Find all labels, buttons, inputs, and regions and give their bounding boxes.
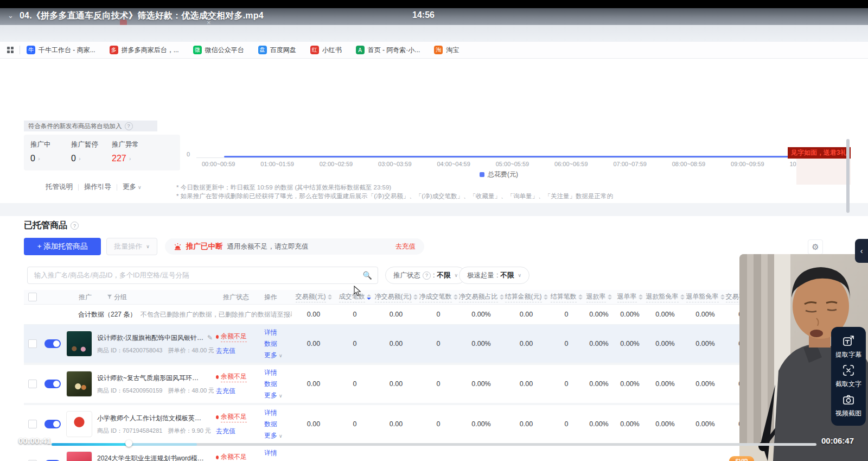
scrollbar-thumb[interactable] [846,139,850,213]
sort-arrows-icon[interactable] [639,294,643,300]
metric-column-label: 交易额(元) [296,292,326,302]
svip-badge[interactable]: SVIP [729,456,754,461]
stat-paused[interactable]: 推广暂停 0› [71,140,112,170]
bookmark-item[interactable]: 淘淘宝 [434,46,459,55]
metric-column-header[interactable]: 交易额(元) [292,292,335,302]
metric-column-header[interactable]: 退款豁免率 [646,292,685,302]
detail-link[interactable]: 详情 [264,328,292,337]
detail-link[interactable]: 详情 [264,368,292,377]
balance-insufficient-status: 余额不足 [216,332,256,342]
row-checkbox[interactable] [28,339,37,348]
sort-arrows-icon[interactable] [367,294,371,300]
metric-column-header[interactable]: 净交易额占比 [459,292,503,302]
sort-arrows-icon[interactable] [680,294,685,300]
data-link[interactable]: 数据 [264,420,292,429]
operation-guide-link[interactable]: 操作引导 [84,182,111,192]
filter-speed-boost[interactable]: 极速起量: 不限 ∨ [459,267,529,284]
product-title[interactable]: 小学教师个人工作计划范文模板英语语文数学... [97,414,205,423]
sort-arrows-icon[interactable] [454,294,458,300]
recharge-link[interactable]: 去充值 [216,427,235,436]
progress-handle[interactable] [125,440,132,447]
stat-abnormal[interactable]: 推广异常 227› [112,140,152,170]
alert-title: 推广已中断 [186,242,223,251]
more-link[interactable]: 更多∨ [264,431,292,440]
info-icon[interactable]: ? [125,122,133,130]
bookmark-item[interactable]: A首页 - 阿奇索·小... [356,46,420,55]
recharge-link[interactable]: 去充值 [216,387,235,396]
sort-arrows-icon[interactable] [328,294,332,300]
filter-promo-status[interactable]: 推广状态 ?: 不限 ∨ [385,267,466,284]
metric-column-header[interactable]: 退款率 [584,292,614,302]
metric-column-header[interactable]: 退单率 [614,292,646,302]
product-title[interactable]: 设计师款~复古气质扇形国风耳环女民族风耳饰... [97,374,205,383]
detail-link[interactable]: 详情 [264,408,292,418]
stat-value: 227 [112,154,126,163]
product-thumbnail [66,411,92,437]
ad-banner[interactable]: 见字如面，送君3礼 [788,147,851,159]
bookmark-item[interactable]: 红小红书 [310,46,342,55]
funnel-icon [107,294,112,300]
extract-subtitle-button[interactable]: 提取字幕 [835,334,861,359]
more-link[interactable]: 更多∨ [264,351,292,360]
metric-column-header[interactable]: 结算金额(元) [503,292,549,302]
apps-grid-icon[interactable] [7,46,14,54]
video-screenshot-button[interactable]: 视频截图 [835,393,861,418]
mouse-cursor [354,286,362,296]
more-link[interactable]: 更多∨ [264,391,292,400]
recharge-link[interactable]: 去充值 [216,346,235,356]
promotion-toggle[interactable] [44,420,61,428]
chevron-right-icon: › [79,155,81,162]
promotion-toggle[interactable] [44,339,61,348]
metric-cell: 0.00 [503,340,549,348]
data-link[interactable]: 数据 [264,380,292,389]
x-axis-tick-label: 07:00~07:59 [613,161,646,167]
product-title[interactable]: 2024大学生职业生涯规划书word模板范文工作... [97,454,205,461]
metric-column-header[interactable]: 结算笔数 [549,292,584,302]
stat-value: 0 [30,154,35,163]
product-thumbnail [66,331,92,357]
sort-asc-icon [544,294,548,296]
metric-column-header[interactable]: 退单豁免率 [685,292,726,302]
chart-axis-line [196,157,846,158]
info-icon[interactable]: ? [71,222,79,230]
recharge-link[interactable]: 去充值 [395,242,416,251]
metric-cell: 0 [549,340,584,348]
metric-column-header[interactable]: 净成交笔数 [418,292,459,302]
sort-asc-icon [413,294,418,296]
bookmark-item[interactable]: 微微信公众平台 [193,46,244,55]
bookmark-item[interactable]: 盘百度网盘 [258,46,296,55]
row-checkbox[interactable] [28,420,37,428]
search-icon[interactable]: 🔍 [363,271,372,280]
sort-arrows-icon[interactable] [578,294,583,300]
add-hosted-product-button[interactable]: + 添加托管商品 [24,238,101,255]
detail-link[interactable]: 详情 [264,449,292,458]
sort-arrows-icon[interactable] [608,294,612,300]
batch-operation-button[interactable]: 批量操作∨ [106,238,157,255]
ops-column-header: 操作 [256,293,292,302]
bookmark-item[interactable]: 牛千牛工作台 - 商家... [27,46,95,55]
row-checkbox[interactable] [28,380,37,388]
row-metrics: 0.0000.0000.00%0.0000.00%0.00%0.00%0.00%… [292,420,812,428]
more-link[interactable]: 更多∨ [123,182,142,192]
group-filter[interactable]: 分组 [107,293,127,302]
collapse-chevron-icon[interactable]: ⌄ [8,11,14,20]
stat-promoting[interactable]: 推广中 0› [30,140,71,170]
data-link[interactable]: 数据 [264,339,292,349]
promotion-interrupted-alert: 推广已中断 通用余额不足，请立即充值 去充值 [165,238,424,255]
panel-collapse-tab[interactable]: ‹ [855,239,868,263]
select-all-checkbox[interactable] [28,293,37,301]
capture-text-button[interactable]: 截取文字 [835,364,861,389]
metric-column-header[interactable]: 净交易额(元) [374,292,418,302]
alert-desc: 通用余额不足，请立即充值 [227,242,309,251]
hosting-guide-link[interactable]: 托管说明 [46,182,73,192]
sort-arrows-icon[interactable] [544,294,548,300]
search-input[interactable] [33,271,363,280]
promotion-toggle[interactable] [44,380,61,388]
wechat-icon: 微 [193,46,202,54]
product-title[interactable]: 设计师款-汉服旗袍配饰中国风银针喜字耳坠镶... [97,333,205,343]
bookmark-item[interactable]: 多拼多多商家后台，... [110,46,179,55]
sort-asc-icon [608,294,612,296]
sort-arrows-icon[interactable] [720,294,725,300]
gear-icon[interactable]: ⚙ [808,239,823,255]
sort-arrows-icon[interactable] [413,294,418,300]
